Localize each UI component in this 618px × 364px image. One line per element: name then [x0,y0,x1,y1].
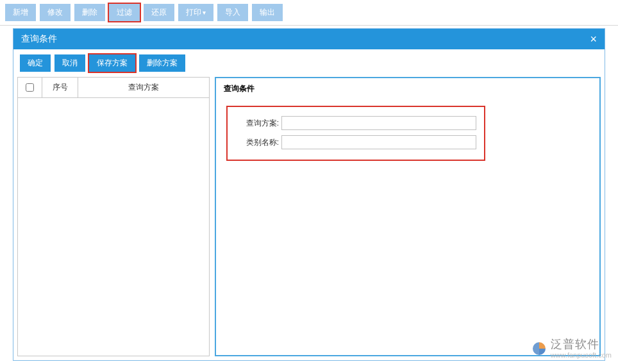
ok-button[interactable]: 确定 [20,54,51,72]
delete-plan-button[interactable]: 删除方案 [139,54,185,72]
delete-button[interactable]: 删除 [74,4,105,21]
form-row-category: 类别名称: [235,135,476,149]
table-header: 序号 查询方案 [18,78,209,98]
header-seq: 序号 [42,78,78,97]
print-label: 打印 [186,8,201,17]
restore-button[interactable]: 还原 [144,4,174,21]
brand-logo-icon [531,341,547,356]
category-input[interactable] [281,135,476,149]
dialog-actions: 确定 取消 保存方案 删除方案 [13,49,605,77]
dialog-title: 查询条件 [21,33,57,45]
brand-url: www.fanpusoft.com [551,351,612,359]
header-plan: 查询方案 [78,78,209,97]
plan-input[interactable] [281,116,476,130]
select-all-checkbox[interactable] [26,83,34,92]
add-button[interactable]: 新增 [5,4,36,21]
form-row-plan: 查询方案: [235,116,476,130]
filter-button[interactable]: 过滤 [109,4,140,21]
watermark: 泛普软件 www.fanpusoft.com [531,338,612,359]
section-title: 查询条件 [216,78,599,99]
filter-dialog: 查询条件 × 确定 取消 保存方案 删除方案 序号 查询方案 查询条件 查询方案… [13,28,605,361]
condition-panel: 查询条件 查询方案: 类别名称: [215,77,601,356]
header-checkbox-cell [18,78,42,97]
plan-label: 查询方案: [235,118,279,129]
plan-table-panel: 序号 查询方案 [17,77,210,356]
cancel-button[interactable]: 取消 [54,54,85,72]
edit-button[interactable]: 修改 [40,4,71,21]
print-button[interactable]: 打印▾ [178,4,213,21]
export-button[interactable]: 输出 [252,4,283,21]
dialog-body: 序号 查询方案 查询条件 查询方案: 类别名称: [13,77,605,360]
main-toolbar: 新增 修改 删除 过滤 还原 打印▾ 导入 输出 [0,0,618,26]
dialog-header: 查询条件 × [13,29,605,49]
close-icon[interactable]: × [590,33,597,45]
category-label: 类别名称: [235,137,279,148]
watermark-text: 泛普软件 www.fanpusoft.com [551,338,612,359]
save-plan-button[interactable]: 保存方案 [89,54,135,72]
form-area: 查询方案: 类别名称: [228,107,484,160]
import-button[interactable]: 导入 [217,4,248,21]
chevron-down-icon: ▾ [203,9,206,16]
brand-name: 泛普软件 [551,338,612,351]
